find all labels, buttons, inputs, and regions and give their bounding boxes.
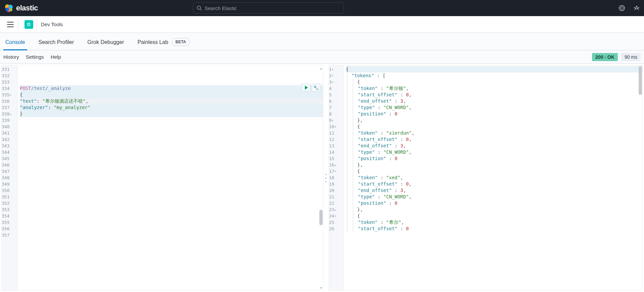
- history-link[interactable]: History: [3, 54, 19, 60]
- global-header: elastic: [0, 0, 644, 16]
- request-options-button[interactable]: 🔧: [312, 84, 320, 92]
- pane-resize-handle[interactable]: [325, 64, 327, 292]
- tab-search-profiler[interactable]: Search Profiler: [37, 39, 76, 50]
- search-icon: [197, 5, 202, 11]
- beta-badge: BETA: [172, 38, 190, 46]
- response-gutter: 1 ▾2 ▾3 ▾4 5 6 7 8 9 ▴10 ▾11 12 13 14 15…: [329, 65, 344, 290]
- console-toolbar: History Settings Help 200 - OK 90 ms: [0, 50, 644, 64]
- request-gutter: 331 332 333 334 335 ▾336 337 338 ▴339 34…: [2, 65, 18, 290]
- svg-point-8: [621, 7, 623, 9]
- space-selector[interactable]: D: [24, 20, 33, 29]
- play-icon: [305, 86, 308, 90]
- svg-point-4: [9, 8, 12, 11]
- svg-point-3: [5, 8, 9, 11]
- request-editor[interactable]: 331 332 333 334 335 ▾336 337 338 ▴339 34…: [1, 65, 323, 291]
- editor-panes: 331 332 333 334 335 ▾336 337 338 ▴339 34…: [0, 64, 644, 292]
- global-search-input[interactable]: [205, 5, 340, 11]
- divider: [37, 19, 37, 30]
- response-scrollbar-thumb[interactable]: [639, 66, 642, 95]
- brand-name: elastic: [16, 4, 38, 12]
- response-editor[interactable]: 1 ▾2 ▾3 ▾4 5 6 7 8 9 ▴10 ▾11 12 13 14 15…: [329, 65, 643, 291]
- help-link[interactable]: Help: [51, 54, 61, 60]
- status-badge: 200 - OK: [592, 53, 618, 61]
- settings-link[interactable]: Settings: [26, 54, 44, 60]
- breadcrumb[interactable]: Dev Tools: [41, 21, 63, 27]
- tab-console[interactable]: Console: [3, 39, 27, 50]
- newsfeed-icon[interactable]: [619, 5, 625, 11]
- response-code[interactable]: {"tokens" : [{"token" : "希尔顿","start_off…: [344, 65, 642, 290]
- app-header: D Dev Tools: [0, 16, 644, 33]
- global-search[interactable]: [193, 2, 344, 14]
- request-code[interactable]: POST /test/_analyze{ "text": "希尔顿酒店还不错",…: [18, 65, 323, 290]
- brand-logo[interactable]: elastic: [4, 3, 38, 13]
- send-request-button[interactable]: [302, 84, 310, 92]
- nav-menu-button[interactable]: [7, 22, 14, 27]
- tabs-bar: Console Search Profiler Grok Debugger Pa…: [0, 33, 644, 50]
- svg-line-10: [634, 7, 635, 8]
- space-letter: D: [27, 22, 30, 27]
- wrench-icon: 🔧: [313, 85, 319, 90]
- elastic-logo-icon: [4, 3, 13, 13]
- svg-point-5: [197, 6, 201, 9]
- scroll-up-icon[interactable]: ▴: [319, 66, 323, 70]
- tab-grok-debugger[interactable]: Grok Debugger: [86, 39, 126, 50]
- response-time-badge: 90 ms: [621, 53, 641, 61]
- svg-line-11: [638, 7, 639, 8]
- tab-painless-lab[interactable]: Painless Lab BETA: [136, 39, 192, 50]
- request-scrollbar-thumb[interactable]: [319, 210, 323, 225]
- divider: [18, 19, 18, 30]
- svg-point-7: [619, 5, 625, 11]
- svg-line-6: [200, 9, 202, 10]
- setup-guide-icon[interactable]: [633, 5, 640, 11]
- scroll-down-icon[interactable]: ▾: [319, 286, 323, 290]
